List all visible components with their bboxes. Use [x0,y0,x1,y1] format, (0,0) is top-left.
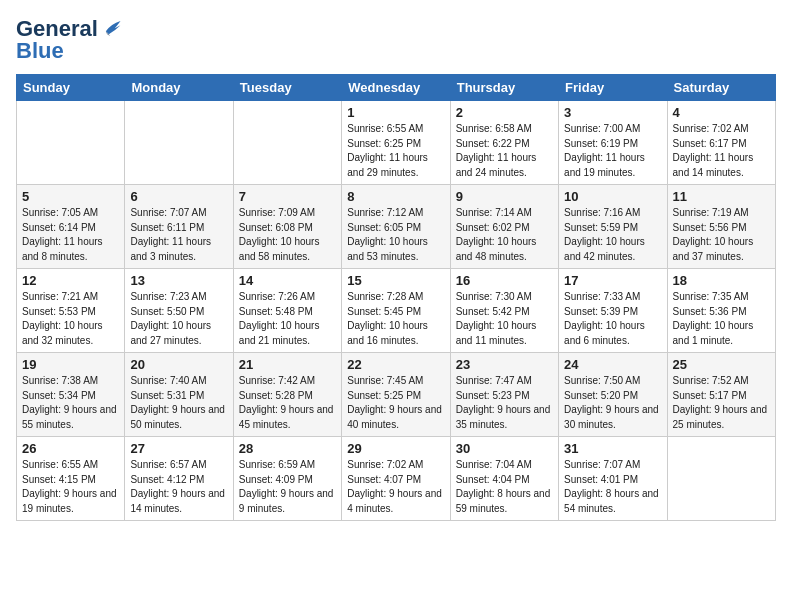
day-info: Sunrise: 7:30 AM Sunset: 5:42 PM Dayligh… [456,290,553,348]
day-info: Sunrise: 6:58 AM Sunset: 6:22 PM Dayligh… [456,122,553,180]
day-info: Sunrise: 7:19 AM Sunset: 5:56 PM Dayligh… [673,206,770,264]
calendar-cell [17,101,125,185]
day-number: 21 [239,357,336,372]
calendar-header-row: SundayMondayTuesdayWednesdayThursdayFrid… [17,75,776,101]
calendar-cell: 17Sunrise: 7:33 AM Sunset: 5:39 PM Dayli… [559,269,667,353]
calendar-cell: 28Sunrise: 6:59 AM Sunset: 4:09 PM Dayli… [233,437,341,521]
day-number: 9 [456,189,553,204]
day-info: Sunrise: 7:23 AM Sunset: 5:50 PM Dayligh… [130,290,227,348]
calendar-week-row: 19Sunrise: 7:38 AM Sunset: 5:34 PM Dayli… [17,353,776,437]
day-info: Sunrise: 6:57 AM Sunset: 4:12 PM Dayligh… [130,458,227,516]
calendar-cell: 26Sunrise: 6:55 AM Sunset: 4:15 PM Dayli… [17,437,125,521]
day-number: 1 [347,105,444,120]
calendar-cell: 22Sunrise: 7:45 AM Sunset: 5:25 PM Dayli… [342,353,450,437]
day-number: 4 [673,105,770,120]
calendar-cell: 18Sunrise: 7:35 AM Sunset: 5:36 PM Dayli… [667,269,775,353]
calendar-cell: 3Sunrise: 7:00 AM Sunset: 6:19 PM Daylig… [559,101,667,185]
day-info: Sunrise: 7:14 AM Sunset: 6:02 PM Dayligh… [456,206,553,264]
calendar-cell [125,101,233,185]
calendar-cell: 5Sunrise: 7:05 AM Sunset: 6:14 PM Daylig… [17,185,125,269]
calendar-cell: 24Sunrise: 7:50 AM Sunset: 5:20 PM Dayli… [559,353,667,437]
day-number: 15 [347,273,444,288]
day-number: 18 [673,273,770,288]
day-info: Sunrise: 6:55 AM Sunset: 6:25 PM Dayligh… [347,122,444,180]
day-info: Sunrise: 7:52 AM Sunset: 5:17 PM Dayligh… [673,374,770,432]
calendar-cell: 1Sunrise: 6:55 AM Sunset: 6:25 PM Daylig… [342,101,450,185]
day-number: 28 [239,441,336,456]
calendar-cell: 16Sunrise: 7:30 AM Sunset: 5:42 PM Dayli… [450,269,558,353]
calendar-cell: 14Sunrise: 7:26 AM Sunset: 5:48 PM Dayli… [233,269,341,353]
day-number: 22 [347,357,444,372]
day-info: Sunrise: 7:00 AM Sunset: 6:19 PM Dayligh… [564,122,661,180]
day-number: 12 [22,273,119,288]
day-number: 26 [22,441,119,456]
calendar-cell: 23Sunrise: 7:47 AM Sunset: 5:23 PM Dayli… [450,353,558,437]
day-info: Sunrise: 7:04 AM Sunset: 4:04 PM Dayligh… [456,458,553,516]
day-info: Sunrise: 6:59 AM Sunset: 4:09 PM Dayligh… [239,458,336,516]
day-info: Sunrise: 7:12 AM Sunset: 6:05 PM Dayligh… [347,206,444,264]
day-info: Sunrise: 7:07 AM Sunset: 4:01 PM Dayligh… [564,458,661,516]
day-info: Sunrise: 7:02 AM Sunset: 6:17 PM Dayligh… [673,122,770,180]
calendar-cell: 31Sunrise: 7:07 AM Sunset: 4:01 PM Dayli… [559,437,667,521]
day-number: 20 [130,357,227,372]
calendar-cell: 9Sunrise: 7:14 AM Sunset: 6:02 PM Daylig… [450,185,558,269]
calendar-cell: 27Sunrise: 6:57 AM Sunset: 4:12 PM Dayli… [125,437,233,521]
day-info: Sunrise: 7:28 AM Sunset: 5:45 PM Dayligh… [347,290,444,348]
calendar-cell: 11Sunrise: 7:19 AM Sunset: 5:56 PM Dayli… [667,185,775,269]
calendar-cell: 12Sunrise: 7:21 AM Sunset: 5:53 PM Dayli… [17,269,125,353]
weekday-header-sunday: Sunday [17,75,125,101]
calendar-cell: 21Sunrise: 7:42 AM Sunset: 5:28 PM Dayli… [233,353,341,437]
calendar-cell: 30Sunrise: 7:04 AM Sunset: 4:04 PM Dayli… [450,437,558,521]
day-number: 16 [456,273,553,288]
calendar-week-row: 1Sunrise: 6:55 AM Sunset: 6:25 PM Daylig… [17,101,776,185]
calendar-cell [667,437,775,521]
day-info: Sunrise: 7:40 AM Sunset: 5:31 PM Dayligh… [130,374,227,432]
calendar-cell: 25Sunrise: 7:52 AM Sunset: 5:17 PM Dayli… [667,353,775,437]
day-info: Sunrise: 7:47 AM Sunset: 5:23 PM Dayligh… [456,374,553,432]
day-info: Sunrise: 7:35 AM Sunset: 5:36 PM Dayligh… [673,290,770,348]
calendar-cell: 29Sunrise: 7:02 AM Sunset: 4:07 PM Dayli… [342,437,450,521]
calendar-cell: 7Sunrise: 7:09 AM Sunset: 6:08 PM Daylig… [233,185,341,269]
weekday-header-friday: Friday [559,75,667,101]
day-number: 17 [564,273,661,288]
logo: General Blue [16,16,122,64]
day-number: 24 [564,357,661,372]
calendar-week-row: 5Sunrise: 7:05 AM Sunset: 6:14 PM Daylig… [17,185,776,269]
day-number: 2 [456,105,553,120]
weekday-header-monday: Monday [125,75,233,101]
day-number: 11 [673,189,770,204]
calendar-week-row: 12Sunrise: 7:21 AM Sunset: 5:53 PM Dayli… [17,269,776,353]
calendar-cell: 19Sunrise: 7:38 AM Sunset: 5:34 PM Dayli… [17,353,125,437]
calendar-cell: 2Sunrise: 6:58 AM Sunset: 6:22 PM Daylig… [450,101,558,185]
day-info: Sunrise: 7:42 AM Sunset: 5:28 PM Dayligh… [239,374,336,432]
day-number: 27 [130,441,227,456]
weekday-header-saturday: Saturday [667,75,775,101]
day-info: Sunrise: 7:38 AM Sunset: 5:34 PM Dayligh… [22,374,119,432]
weekday-header-wednesday: Wednesday [342,75,450,101]
weekday-header-tuesday: Tuesday [233,75,341,101]
calendar-cell: 10Sunrise: 7:16 AM Sunset: 5:59 PM Dayli… [559,185,667,269]
calendar-cell: 4Sunrise: 7:02 AM Sunset: 6:17 PM Daylig… [667,101,775,185]
calendar-week-row: 26Sunrise: 6:55 AM Sunset: 4:15 PM Dayli… [17,437,776,521]
day-info: Sunrise: 7:05 AM Sunset: 6:14 PM Dayligh… [22,206,119,264]
calendar-cell [233,101,341,185]
day-info: Sunrise: 7:16 AM Sunset: 5:59 PM Dayligh… [564,206,661,264]
day-info: Sunrise: 7:07 AM Sunset: 6:11 PM Dayligh… [130,206,227,264]
day-info: Sunrise: 7:26 AM Sunset: 5:48 PM Dayligh… [239,290,336,348]
day-number: 30 [456,441,553,456]
day-number: 14 [239,273,336,288]
page-header: General Blue [16,16,776,64]
day-number: 8 [347,189,444,204]
day-info: Sunrise: 7:09 AM Sunset: 6:08 PM Dayligh… [239,206,336,264]
day-number: 5 [22,189,119,204]
calendar-cell: 6Sunrise: 7:07 AM Sunset: 6:11 PM Daylig… [125,185,233,269]
day-number: 23 [456,357,553,372]
day-info: Sunrise: 7:45 AM Sunset: 5:25 PM Dayligh… [347,374,444,432]
day-number: 6 [130,189,227,204]
weekday-header-thursday: Thursday [450,75,558,101]
logo-bird-icon [100,18,122,40]
day-number: 19 [22,357,119,372]
day-info: Sunrise: 6:55 AM Sunset: 4:15 PM Dayligh… [22,458,119,516]
calendar-cell: 13Sunrise: 7:23 AM Sunset: 5:50 PM Dayli… [125,269,233,353]
day-number: 7 [239,189,336,204]
